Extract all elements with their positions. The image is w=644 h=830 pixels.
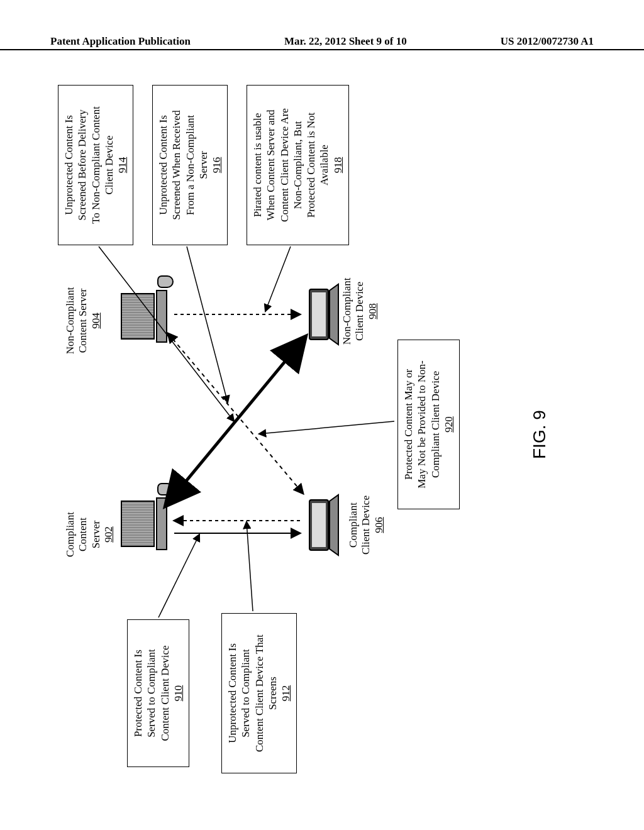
box-914: Unprotected Content Is Screened Before D… — [58, 85, 133, 245]
box-912-l3: Content Client Device That — [253, 634, 265, 752]
noncompliant-client-label: Non-CompliantClient Device 908 — [341, 264, 379, 358]
compliant-server-ref: 902 — [103, 497, 115, 572]
box-916-ref: 916 — [210, 89, 223, 241]
box-912-l1: Unprotected Content Is — [226, 643, 238, 743]
header-center: Mar. 22, 2012 Sheet 9 of 10 — [284, 35, 407, 48]
box-914-l4: Client Device — [103, 136, 115, 195]
box-916: Unprotected Content Is Screened When Rec… — [152, 85, 228, 245]
box-912: Unprotected Content Is Served to Complia… — [221, 613, 297, 773]
svg-line-14 — [187, 246, 228, 402]
compliant-server-icon — [121, 497, 190, 553]
noncompliant-client-icon — [303, 283, 341, 346]
box-912-ref: 912 — [279, 617, 292, 769]
box-920-ref: 920 — [442, 344, 455, 505]
noncompliant-server-label: Non-CompliantContent Server 904 — [64, 270, 103, 371]
box-910: Protected Content Is Served to Compliant… — [127, 619, 189, 767]
figure-9-diagram: Protected Content Is Served to Compliant… — [39, 82, 605, 773]
svg-rect-1 — [312, 503, 326, 547]
svg-rect-4 — [312, 292, 326, 336]
noncompliant-server-icon — [121, 289, 190, 346]
box-918-l2: When Content Server and — [265, 109, 277, 220]
box-916-l3: From a Non-Compliant — [184, 115, 196, 216]
box-920-l2: May Not be Provided to Non- — [416, 360, 428, 489]
svg-marker-5 — [330, 284, 338, 345]
box-918-l6: Available — [318, 145, 330, 185]
box-910-l1: Protected Content Is — [132, 650, 144, 737]
compliant-client-icon — [303, 494, 341, 556]
header-left: Patent Application Publication — [50, 35, 191, 48]
svg-line-9 — [168, 340, 303, 503]
box-912-l2: Served to Compliant — [240, 649, 252, 738]
noncompliant-server-ref: 904 — [90, 270, 103, 371]
svg-marker-2 — [330, 495, 338, 555]
box-918-l4: Non-Compliant, But — [292, 121, 304, 209]
box-916-l2: Screened When Received — [170, 110, 182, 219]
compliant-client-label: CompliantClient Device 906 — [347, 484, 386, 566]
compliant-server-label: CompliantContentServer 902 — [64, 497, 116, 572]
compliant-server-label-text: CompliantContentServer — [64, 512, 102, 557]
box-918-l1: Pirated content is usable — [252, 113, 264, 218]
noncompliant-client-ref: 908 — [367, 264, 379, 358]
svg-line-10 — [168, 333, 303, 494]
svg-line-12 — [247, 522, 253, 611]
noncompliant-client-label-text: Non-CompliantClient Device — [341, 278, 365, 345]
box-910-l3: Content Client Device — [159, 645, 171, 741]
compliant-client-ref: 906 — [373, 484, 386, 566]
page-header: Patent Application Publication Mar. 22, … — [0, 35, 644, 50]
box-916-l4: Server — [197, 151, 209, 179]
box-918-l3: Content Client Device Are — [279, 108, 291, 222]
svg-line-16 — [259, 421, 394, 434]
box-920-l1: Protected Content May or — [402, 369, 414, 480]
svg-line-15 — [265, 246, 291, 311]
compliant-client-label-text: CompliantClient Device — [347, 495, 372, 555]
box-910-l2: Served to Compliant — [145, 649, 157, 738]
box-914-ref: 914 — [116, 89, 129, 241]
box-914-l1: Unprotected Content Is — [63, 115, 75, 215]
box-912-l4: Screens — [267, 677, 279, 710]
box-916-l1: Unprotected Content Is — [157, 115, 169, 215]
box-914-l2: Screened Before Delivery — [76, 109, 88, 221]
box-918-l5: Protected Content is Not — [305, 113, 317, 218]
box-918-ref: 918 — [331, 89, 345, 241]
box-920: Protected Content May or May Not be Prov… — [397, 340, 460, 509]
box-914-l3: To Non-Compliant Content — [90, 106, 102, 224]
box-910-ref: 910 — [172, 624, 185, 763]
header-right: US 2012/0072730 A1 — [501, 35, 594, 48]
box-918: Pirated content is usable When Content S… — [247, 85, 349, 245]
noncompliant-server-label-text: Non-CompliantContent Server — [64, 287, 89, 355]
figure-label: FIG. 9 — [530, 410, 550, 459]
box-920-l3: Compliant Client Device — [430, 371, 441, 478]
